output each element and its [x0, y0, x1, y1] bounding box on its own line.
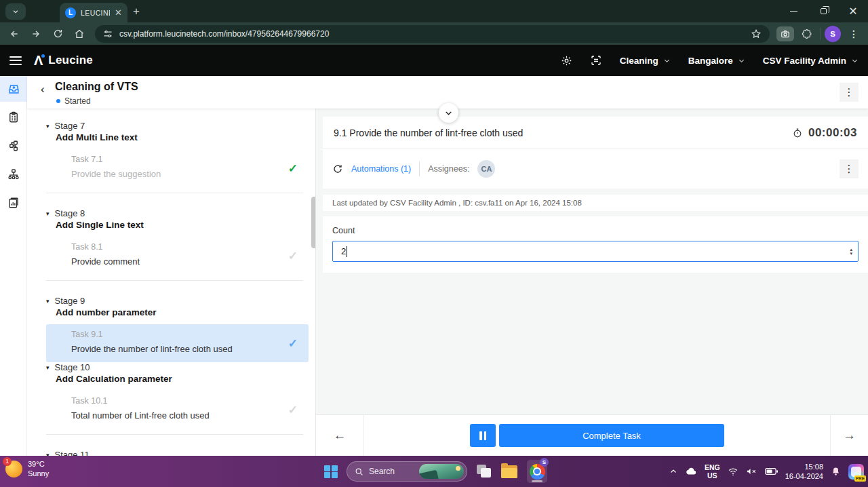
- facility-dropdown[interactable]: Bangalore: [688, 56, 745, 66]
- chrome-taskbar-button[interactable]: S: [527, 460, 547, 483]
- browser-forward-button[interactable]: [27, 25, 45, 43]
- new-tab-button[interactable]: +: [133, 5, 140, 18]
- screenshot-extension-button[interactable]: [776, 26, 794, 41]
- search-placeholder: Search: [369, 467, 414, 476]
- stage-header[interactable]: ▾Stage 11: [27, 450, 315, 456]
- sidebar-item-hierarchy[interactable]: [0, 161, 27, 187]
- browser-back-button[interactable]: [5, 25, 23, 43]
- sunny-weather-icon: 1: [5, 461, 22, 478]
- stepper-down-icon[interactable]: ▾: [850, 252, 852, 256]
- gear-icon[interactable]: [561, 55, 572, 66]
- stage-header[interactable]: ▾Stage 10: [27, 362, 315, 372]
- task-item-title: Provide comment: [71, 256, 281, 267]
- puzzle-icon: [802, 28, 812, 39]
- onedrive-cloud-icon[interactable]: [685, 467, 697, 476]
- page-menu-button[interactable]: ⋮: [840, 83, 859, 102]
- back-arrow-icon: [9, 28, 20, 39]
- extensions-button[interactable]: [798, 25, 816, 43]
- collapse-panel-button[interactable]: [439, 103, 458, 123]
- forward-arrow-icon: [31, 28, 41, 39]
- start-button[interactable]: [324, 465, 337, 478]
- tab-close-icon[interactable]: ✕: [115, 8, 122, 17]
- browser-menu-button[interactable]: ⋮: [845, 25, 863, 43]
- stage-subtitle: Add Multi Line text: [56, 132, 315, 142]
- assignee-avatar[interactable]: CA: [477, 160, 495, 178]
- browser-profile-avatar[interactable]: S: [825, 26, 841, 42]
- stopwatch-icon: [792, 128, 803, 138]
- sidebar-item-reports[interactable]: [0, 190, 27, 216]
- field-label: Count: [332, 226, 859, 235]
- task-card: 9.1 Provide the number of lint-free clot…: [323, 117, 868, 189]
- task-item[interactable]: Task 7.1Provide the suggestion✓: [46, 149, 309, 187]
- task-menu-button[interactable]: ⋮: [840, 159, 859, 178]
- browser-tab-strip: L LEUCINE ✕ + ✕: [0, 0, 868, 22]
- restore-icon: [821, 8, 827, 14]
- window-restore-button[interactable]: [808, 0, 838, 22]
- browser-tab[interactable]: L LEUCINE ✕: [60, 3, 127, 22]
- pause-icon: [479, 431, 482, 440]
- copilot-icon[interactable]: PRE: [848, 464, 864, 480]
- use-case-dropdown[interactable]: Cleaning: [620, 56, 671, 66]
- wifi-icon[interactable]: [728, 467, 738, 476]
- weather-desc: Sunny: [28, 469, 49, 478]
- hamburger-menu-icon[interactable]: [9, 56, 22, 65]
- clock[interactable]: 15:0816-04-2024: [785, 462, 823, 481]
- next-task-button[interactable]: →: [830, 415, 868, 456]
- task-item[interactable]: Task 9.1Provide the number of lint-free …: [46, 324, 309, 362]
- active-app-indicator: [532, 480, 542, 482]
- count-input[interactable]: 2 ▴▾: [332, 241, 859, 262]
- complete-task-button[interactable]: Complete Task: [499, 424, 724, 447]
- task-id: Task 9.1: [71, 330, 281, 339]
- task-check-icon: ✓: [288, 403, 298, 417]
- previous-task-button[interactable]: ←: [316, 415, 364, 456]
- stage-list: ▾Stage 7Add Multi Line textTask 7.1Provi…: [27, 121, 315, 456]
- file-explorer-button[interactable]: [501, 465, 517, 478]
- sidebar-item-checklists[interactable]: [0, 104, 27, 130]
- weather-widget[interactable]: 1 39°CSunny: [5, 459, 49, 478]
- stage-name: Stage 7: [55, 121, 85, 131]
- task-item[interactable]: Task 10.1Total number of Lint-free cloth…: [46, 391, 309, 429]
- chevron-down-icon: [738, 57, 745, 64]
- stage-header[interactable]: ▾Stage 7: [27, 121, 315, 131]
- hidden-icons-chevron[interactable]: [669, 467, 677, 475]
- weather-temp: 39°C: [28, 459, 49, 469]
- window-close-button[interactable]: ✕: [838, 0, 868, 22]
- notification-bell-icon[interactable]: [831, 466, 841, 477]
- browser-toolbar: csv.platform.leucinetech.com/inbox/47956…: [0, 22, 868, 45]
- browser-reload-button[interactable]: [49, 25, 66, 43]
- bookmark-star-icon[interactable]: [751, 28, 762, 39]
- tab-title: LEUCINE: [81, 9, 110, 17]
- back-chevron-icon[interactable]: ‹: [41, 83, 45, 96]
- stage-block: ▾Stage 8Add Single Line textTask 8.1Prov…: [27, 208, 315, 275]
- panel-scrollbar[interactable]: [311, 197, 316, 248]
- task-item[interactable]: Task 8.1Provide comment✓: [46, 237, 309, 275]
- sidebar-item-workflows[interactable]: [0, 133, 27, 159]
- browser-home-button[interactable]: [71, 25, 88, 43]
- automations-link[interactable]: Automations (1): [351, 164, 411, 174]
- pause-task-button[interactable]: [470, 424, 496, 447]
- task-check-icon: ✓: [288, 249, 298, 263]
- language-indicator[interactable]: ENGUS: [705, 463, 720, 480]
- stage-block: ▾Stage 10Add Calculation parameterTask 1…: [27, 362, 315, 429]
- tab-search-button[interactable]: [5, 3, 26, 20]
- volume-muted-icon[interactable]: [746, 467, 757, 476]
- url-bar[interactable]: csv.platform.leucinetech.com/inbox/47956…: [95, 25, 770, 43]
- number-stepper[interactable]: ▴▾: [850, 248, 852, 256]
- stage-header[interactable]: ▾Stage 8: [27, 208, 315, 218]
- sidebar-item-inbox[interactable]: [0, 76, 27, 102]
- window-minimize-button[interactable]: [778, 0, 808, 22]
- home-icon: [74, 28, 85, 39]
- task-view-button[interactable]: [477, 465, 492, 478]
- taskbar-search[interactable]: Search: [347, 461, 467, 482]
- stage-header[interactable]: ▾Stage 9: [27, 296, 315, 306]
- taskbar-time: 15:08: [785, 462, 823, 471]
- battery-icon[interactable]: [765, 467, 778, 475]
- user-role-dropdown[interactable]: CSV Facility Admin: [763, 56, 859, 66]
- leucine-logo-icon: Λ: [34, 54, 43, 67]
- automation-sync-icon: [332, 163, 343, 174]
- collapse-triangle-icon: ▾: [46, 364, 50, 371]
- reload-icon: [53, 28, 63, 39]
- task-title: 9.1 Provide the number of lint-free clot…: [334, 128, 523, 138]
- scan-icon[interactable]: [590, 54, 602, 66]
- workflow-icon: [7, 140, 20, 152]
